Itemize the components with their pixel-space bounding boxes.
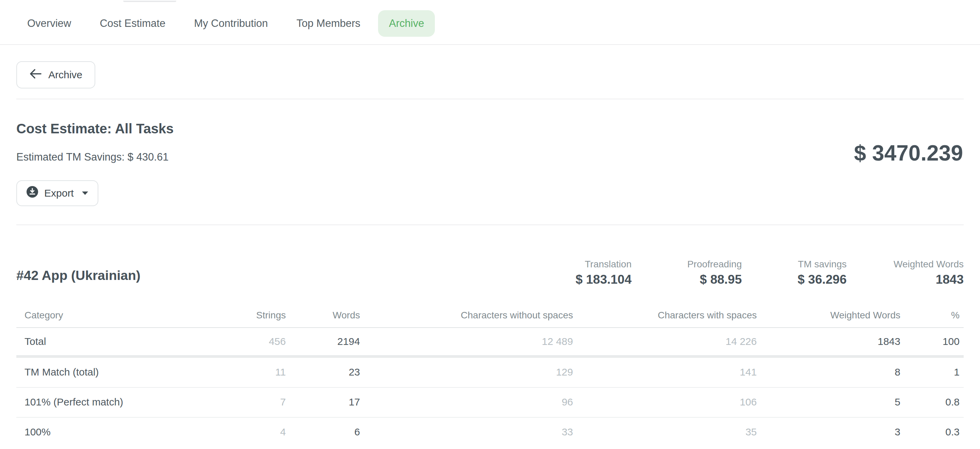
cell-chars_with: 35	[581, 418, 765, 447]
cell-strings: 11	[226, 358, 294, 387]
cell-chars_with: 14 226	[581, 328, 765, 355]
chevron-down-icon	[82, 192, 88, 195]
total-amount: $ 3470.239	[854, 141, 963, 165]
cell-weighted_words: 1843	[765, 328, 908, 355]
arrow-left-icon	[29, 69, 41, 81]
cell-words: 17	[294, 388, 368, 417]
column-header-category: Category	[16, 303, 226, 327]
cell-chars_without: 129	[368, 358, 581, 387]
cell-chars_without: 12 489	[368, 328, 581, 355]
column-header-weighted-words: Weighted Words	[765, 303, 908, 327]
tab-archive[interactable]: Archive	[378, 10, 435, 37]
task-title: #42 App (Ukrainian)	[16, 267, 140, 284]
stat-proofreading: Proofreading $ 88.95	[687, 259, 742, 287]
archive-back-button[interactable]: Archive	[16, 61, 95, 89]
cell-percent: 0.3	[908, 418, 964, 447]
cell-category: 101% (Perfect match)	[16, 388, 226, 417]
column-header-characters-with-spaces: Characters with spaces	[581, 303, 765, 327]
summary-section: Cost Estimate: All Tasks $ 3470.239 Esti…	[0, 121, 980, 225]
tab-overview[interactable]: Overview	[16, 10, 82, 37]
table-row-tm-match-total: TM Match (total)112312914181	[16, 358, 964, 388]
cell-category: Total	[16, 328, 226, 355]
back-row: Archive	[0, 45, 980, 89]
column-header-: %	[908, 303, 964, 327]
export-button[interactable]: Export	[16, 180, 98, 206]
tab-cost-estimate[interactable]: Cost Estimate	[89, 10, 176, 37]
table-body: Total456219412 48914 2261843100TM Match …	[16, 328, 964, 447]
stat-weighted-words: Weighted Words 1843	[894, 259, 964, 287]
cutoff-element-bottom-edge	[123, 1, 176, 2]
cell-percent: 1	[908, 358, 964, 387]
cell-weighted_words: 8	[765, 358, 908, 387]
cost-table: CategoryStringsWordsCharacters without s…	[16, 303, 964, 447]
download-icon	[27, 186, 38, 200]
divider	[16, 98, 964, 99]
table-row-101-perfect-match: 101% (Perfect match)7179610650.8	[16, 388, 964, 418]
tab-top-members[interactable]: Top Members	[285, 10, 371, 37]
cell-words: 6	[294, 418, 368, 447]
stat-value: $ 88.95	[687, 272, 742, 287]
page-title: Cost Estimate: All Tasks	[16, 121, 964, 137]
cell-weighted_words: 3	[765, 418, 908, 447]
table-header-row: CategoryStringsWordsCharacters without s…	[16, 303, 964, 328]
table-row-total: Total456219412 48914 2261843100	[16, 328, 964, 358]
tab-bar: Overview Cost Estimate My Contribution T…	[0, 0, 980, 45]
stat-translation: Translation $ 183.104	[576, 259, 632, 287]
column-header-characters-without-spaces: Characters without spaces	[368, 303, 581, 327]
cell-strings: 456	[226, 328, 294, 355]
tab-my-contribution[interactable]: My Contribution	[183, 10, 279, 37]
export-label: Export	[44, 187, 74, 199]
stat-label: Translation	[576, 259, 632, 270]
cell-category: TM Match (total)	[16, 358, 226, 387]
stat-label: TM savings	[798, 259, 846, 270]
cell-words: 23	[294, 358, 368, 387]
stat-value: $ 36.296	[798, 272, 846, 287]
stat-value: $ 183.104	[576, 272, 632, 287]
cell-percent: 0.8	[908, 388, 964, 417]
tab-list: Overview Cost Estimate My Contribution T…	[16, 10, 435, 37]
cell-words: 2194	[294, 328, 368, 355]
cell-chars_without: 33	[368, 418, 581, 447]
stat-tm-savings: TM savings $ 36.296	[798, 259, 846, 287]
cell-category: 100%	[16, 418, 226, 447]
cell-strings: 7	[226, 388, 294, 417]
task-section-header: #42 App (Ukrainian) Translation $ 183.10…	[0, 225, 980, 303]
cell-strings: 4	[226, 418, 294, 447]
column-header-strings: Strings	[226, 303, 294, 327]
cell-chars_with: 141	[581, 358, 765, 387]
tm-savings-line: Estimated TM Savings: $ 430.61	[16, 151, 964, 163]
stat-label: Proofreading	[687, 259, 742, 270]
table-row-100: 100%46333530.3	[16, 418, 964, 447]
stat-label: Weighted Words	[894, 259, 964, 270]
column-header-words: Words	[294, 303, 368, 327]
archive-back-label: Archive	[48, 69, 82, 81]
cell-percent: 100	[908, 328, 964, 355]
cell-weighted_words: 5	[765, 388, 908, 417]
cell-chars_with: 106	[581, 388, 765, 417]
cost-estimate-page: Overview Cost Estimate My Contribution T…	[0, 0, 980, 449]
stat-value: 1843	[894, 272, 964, 287]
cell-chars_without: 96	[368, 388, 581, 417]
